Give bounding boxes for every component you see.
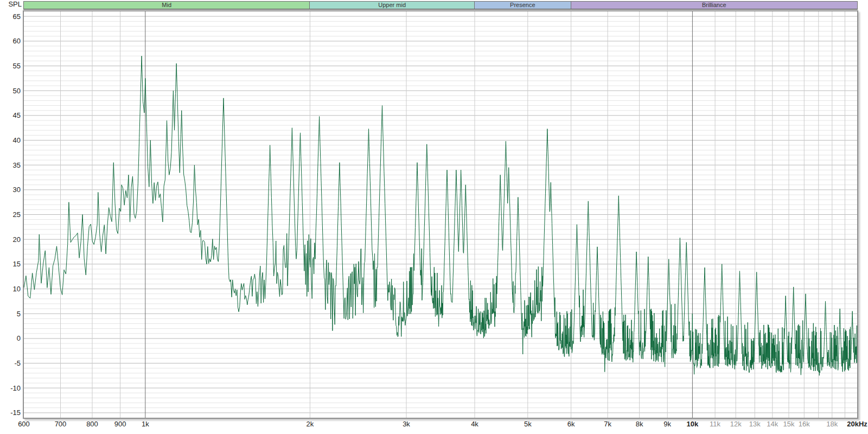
x-tick-label: 3k <box>387 420 425 428</box>
y-tick-label: 60 <box>0 37 21 45</box>
y-tick-label: -5 <box>0 359 21 367</box>
x-tick-label: 600 <box>5 420 43 428</box>
x-tick-label: 1k <box>126 420 164 428</box>
spectrum-analyzer: SPL MidUpper midPresenceBrilliance 65605… <box>0 0 868 434</box>
y-tick-label: 25 <box>0 210 21 219</box>
y-tick-label: 40 <box>0 136 21 144</box>
frequency-band-bar: MidUpper midPresenceBrilliance <box>23 1 858 10</box>
y-tick-label: 55 <box>0 62 21 70</box>
x-tick-label: 5k <box>509 420 547 428</box>
x-tick-label: 20kHz <box>838 420 868 428</box>
band-segment-mid: Mid <box>24 2 310 9</box>
spectrum-plot-canvas <box>24 11 857 418</box>
spectrum-trace <box>24 56 857 375</box>
y-tick-label: 30 <box>0 186 21 194</box>
y-axis-title: SPL <box>0 0 22 8</box>
band-segment-presence: Presence <box>475 2 571 9</box>
y-tick-label: 5 <box>0 310 21 318</box>
x-tick-label: 4k <box>456 420 494 428</box>
x-tick-label: 6k <box>552 420 590 428</box>
y-tick-label: 45 <box>0 111 21 119</box>
y-tick-label: 15 <box>0 260 21 268</box>
y-tick-label: 10 <box>0 285 21 293</box>
y-tick-label: -10 <box>0 384 21 392</box>
y-tick-label: 65 <box>0 12 21 21</box>
band-segment-upper-mid: Upper mid <box>310 2 475 9</box>
plot-area <box>23 10 858 419</box>
band-segment-brilliance: Brilliance <box>571 2 857 9</box>
x-tick-label: 2k <box>291 420 329 428</box>
y-tick-label: 20 <box>0 235 21 244</box>
y-tick-label: -15 <box>0 409 21 417</box>
y-tick-label: 0 <box>0 334 21 342</box>
y-tick-label: 50 <box>0 87 21 95</box>
y-tick-label: 35 <box>0 161 21 169</box>
